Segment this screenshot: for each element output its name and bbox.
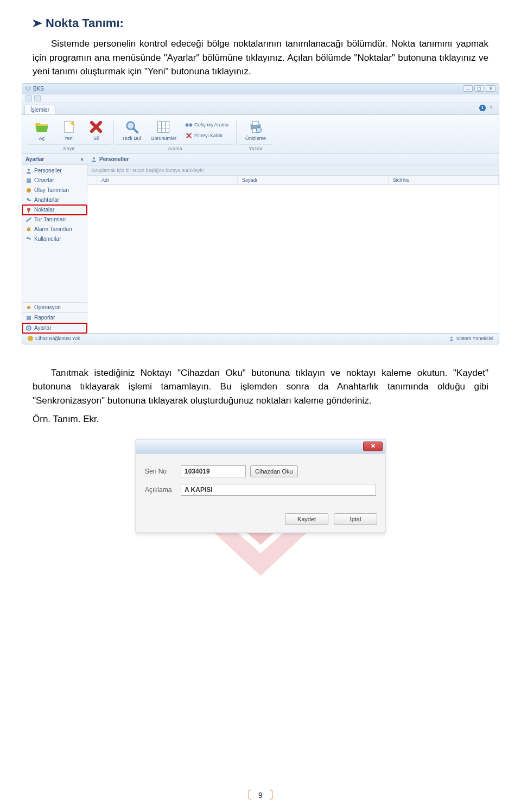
bracket-right-icon: 〕 [268,787,280,803]
svg-point-28 [27,306,30,309]
serino-input[interactable] [181,465,246,477]
route-icon [26,216,32,223]
aciklama-label: Açıklama [145,486,176,494]
yeni-button[interactable]: Yeni [57,118,81,142]
onizleme-button[interactable]: Önizleme [242,118,269,142]
user-icon [449,336,454,341]
svg-rect-14 [188,124,190,125]
search-icon [124,119,139,135]
kaydet-button[interactable]: Kaydet [285,513,328,525]
device-icon [26,177,32,184]
ribbon-group-label: Kayıt [27,144,111,152]
svg-rect-23 [28,200,31,201]
arrow-icon [33,19,42,28]
page-number: 9 [253,791,268,800]
status-connection: Cihaz Bağlantısı Yok [28,336,80,341]
window-max-button[interactable]: ▢ [474,85,484,92]
qat-button[interactable] [34,95,41,101]
users-icon [26,236,32,242]
hizlibul-button[interactable]: Hızlı Bul [119,118,144,142]
sidebar-group-raporlar[interactable]: Raporlar [22,313,87,323]
sidebar-group-ayarlar[interactable]: Ayarlar [22,323,87,333]
col-adi[interactable]: Adı [97,176,238,184]
svg-rect-29 [27,316,31,320]
bks-app-icon: 🛡 [26,86,31,92]
page-footer: 〔 9 〕 [0,787,521,803]
settings-icon [26,325,32,331]
binoculars-icon [185,121,193,129]
gorunumler-button[interactable]: Görünümler [148,118,180,142]
svg-point-19 [28,169,30,171]
paragraph-instruction: Tanıtmak istediğiniz Noktayı "Cihazdan O… [33,366,488,408]
qat-button[interactable] [26,95,32,101]
gelismis-arama-button[interactable]: Gelişmiş Arama [183,120,231,130]
aciklama-input[interactable] [181,484,376,496]
filtreyi-kaldir-button[interactable]: Filtreyi Kaldır [183,131,231,140]
grid-body[interactable] [87,185,499,333]
new-document-icon [61,119,77,135]
folder-open-icon [34,119,49,135]
sidebar-item-tur-tanimlari[interactable]: Tur Tanımları [22,215,87,225]
tab-islemler[interactable]: İşlemler [24,105,55,114]
person-icon [91,156,97,163]
person-icon [26,168,32,174]
ac-button[interactable]: Aç [30,118,54,142]
bks-title: BKS [33,86,44,92]
sidebar-item-personeller[interactable]: Personeller [22,166,87,176]
sidebar: Ayarlar « Personeller Cihazlar Olay Tanı… [22,154,87,333]
remove-filter-icon [185,132,193,139]
sidebar-item-anahtarlar[interactable]: Anahtarlar [22,195,87,205]
report-icon [26,315,32,321]
col-sicilno[interactable]: Sicil No. [389,176,499,184]
example-caption: Örn. Tanım. Ekr. [33,414,488,425]
iptal-button[interactable]: İptal [334,513,377,525]
event-icon [26,187,32,194]
sidebar-item-alarm-tanimlari[interactable]: Alarm Tanımları [22,225,87,234]
sil-button[interactable]: Sil [84,118,108,142]
sidebar-item-kullanicilar[interactable]: Kullanıcılar [22,234,87,244]
sidebar-item-olay-tanimlari[interactable]: Olay Tanımları [22,186,87,195]
window-close-button[interactable]: ✕ [486,85,495,92]
status-bar: Cihaz Bağlantısı Yok Sistem Yöneticisi [22,333,499,344]
sidebar-item-cihazlar[interactable]: Cihazlar [22,176,87,186]
svg-rect-16 [252,121,259,125]
bracket-left-icon: 〔 [241,787,253,803]
key-icon [26,197,32,203]
grid-selector[interactable] [87,176,97,184]
serino-label: Seri No [145,468,176,475]
ribbon-group-label: Arama [116,144,234,152]
sidebar-group-operasyon[interactable]: Operasyon [22,303,87,312]
dialog-close-button[interactable]: ✕ [363,442,383,451]
svg-rect-25 [28,210,29,213]
definition-dialog: ✕ Seri No Cihazdan Oku Açıklama Kaydet İ… [136,439,385,533]
ribbon: Aç Yeni Sil Kayıt Hızlı Bul [22,115,499,154]
main-area: Personeller Gruplamak için bir sütun baş… [87,154,499,333]
group-drop-area[interactable]: Gruplamak için bir sütun başlığını buray… [87,165,499,176]
bks-titlebar: 🛡 BKS — ▢ ✕ [22,84,499,94]
pin-icon [26,207,32,213]
alarm-icon [26,226,32,233]
cihazdan-oku-button[interactable]: Cihazdan Oku [250,465,298,477]
delete-x-icon [88,119,104,135]
svg-point-18 [256,127,261,132]
section-heading: Nokta Tanımı: [33,16,488,30]
svg-rect-20 [27,178,31,183]
heading-text: Nokta Tanımı: [46,16,124,30]
paragraph-intro: Sistemde personelin kontrol edeceği bölg… [33,37,488,79]
svg-point-32 [93,157,95,159]
collapse-icon[interactable]: « [80,156,84,162]
print-preview-icon [248,119,263,135]
help-icon[interactable]: ? [488,105,494,111]
dialog-titlebar: ✕ [136,439,385,453]
svg-rect-7 [158,121,169,132]
grid-header: Adı Soyadı Sicil No. [87,176,499,185]
status-dot-icon [28,336,33,341]
gear-icon [26,304,32,311]
ribbon-tabstrip: İşlemler 1 ? [22,103,499,115]
svg-marker-2 [33,20,42,27]
window-min-button[interactable]: — [463,85,473,92]
col-soyadi[interactable]: Soyadı [238,176,389,184]
sidebar-item-noktalar[interactable]: Noktalar [22,205,87,215]
ribbon-group-label: Yazdır [239,144,272,152]
badge-number: 1 [479,105,486,111]
